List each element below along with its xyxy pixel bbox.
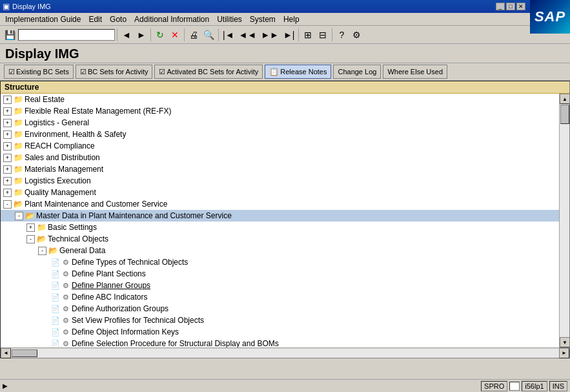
tree-item-ehs[interactable]: + 📁 Environment, Health & Safety xyxy=(1,129,559,140)
save-button[interactable]: 💾 xyxy=(3,28,17,42)
status-mode: INS xyxy=(549,381,567,391)
scroll-down-button[interactable]: ▼ xyxy=(560,337,569,347)
refresh-button[interactable]: ↻ xyxy=(153,28,167,42)
tree-label-ehs: Environment, Health & Safety xyxy=(25,130,126,139)
maximize-button[interactable]: □ xyxy=(506,3,515,10)
status-bar: ▶ SPRO i56lp1 INS xyxy=(0,379,570,392)
tree-item-define-types[interactable]: 📄 ⚙ Define Types of Technical Objects xyxy=(1,256,559,268)
settings-button[interactable]: ⚙ xyxy=(349,28,363,42)
activated-bc-sets-button[interactable]: ☑ Activated BC Sets for Activity xyxy=(154,65,263,79)
close-button[interactable]: ✕ xyxy=(516,3,525,10)
toolbar: 💾 ◄ ► ↻ ✕ 🖨 🔍 |◄ ◄◄ ►► ►| ⊞ ⊟ ? ⚙ xyxy=(0,26,570,44)
where-else-used-button[interactable]: Where Else Used xyxy=(383,65,447,79)
find-button[interactable]: 🔍 xyxy=(201,28,216,42)
next-button[interactable]: ►► xyxy=(259,28,281,42)
first-button[interactable]: |◄ xyxy=(221,28,236,42)
menu-help[interactable]: Help xyxy=(280,14,303,25)
expander-sd[interactable]: + xyxy=(3,154,12,162)
horizontal-scrollbar[interactable]: ◄ ► xyxy=(1,347,569,358)
expander-qm[interactable]: + xyxy=(3,189,12,197)
scroll-right-button[interactable]: ► xyxy=(559,348,569,358)
tree-label-flexible-re: Flexible Real Estate Management (RE-FX) xyxy=(25,107,171,116)
forward-button[interactable]: ► xyxy=(134,28,148,42)
tree-item-real-estate[interactable]: + 📁 Real Estate xyxy=(1,94,559,105)
expander-logistics-general[interactable]: + xyxy=(3,119,12,127)
tree-label-define-types: Define Types of Technical Objects xyxy=(72,258,188,267)
tree-label-planner-groups: Define Planner Groups xyxy=(72,281,150,290)
tree-item-le[interactable]: + 📁 Logistics Execution xyxy=(1,175,559,187)
expand-button[interactable]: ⊞ xyxy=(301,28,315,42)
expander-technical-objects[interactable]: - xyxy=(26,235,35,243)
tree-item-technical-objects[interactable]: - 📂 Technical Objects xyxy=(1,233,559,245)
menu-utilities[interactable]: Utilities xyxy=(213,14,246,25)
tree-label-authorization-groups: Define Authorization Groups xyxy=(72,304,168,313)
status-arrow: ▶ xyxy=(3,382,8,389)
tree-item-object-info-keys[interactable]: 📄 ⚙ Define Object Information Keys xyxy=(1,326,559,338)
expander-pm[interactable]: - xyxy=(3,200,12,209)
tree-item-basic-settings[interactable]: + 📁 Basic Settings xyxy=(1,222,559,233)
vertical-scrollbar[interactable]: ▲ ▼ xyxy=(559,94,569,347)
expander-general-data[interactable]: - xyxy=(38,247,46,255)
menu-system[interactable]: System xyxy=(246,14,280,25)
prev-button[interactable]: ◄◄ xyxy=(237,28,259,42)
menu-implementation-guide[interactable]: Implementation Guide xyxy=(1,14,85,25)
help-button[interactable]: ? xyxy=(334,28,349,42)
collapse-button[interactable]: ⊟ xyxy=(316,28,330,42)
tree-item-reach[interactable]: + 📁 REACH Compliance xyxy=(1,140,559,152)
bc-sets-activity-button[interactable]: ☑ BC Sets for Activity xyxy=(76,65,153,79)
menu-goto[interactable]: Goto xyxy=(106,14,130,25)
last-button[interactable]: ►| xyxy=(281,28,297,42)
expander-real-estate[interactable]: + xyxy=(3,96,12,104)
scroll-left-button[interactable]: ◄ xyxy=(1,348,11,358)
tree-item-flexible-re[interactable]: + 📁 Flexible Real Estate Management (RE-… xyxy=(1,105,559,117)
command-field[interactable] xyxy=(18,29,115,41)
folder-icon-le: 📁 xyxy=(13,176,23,185)
minimize-button[interactable]: _ xyxy=(496,3,505,10)
expander-le[interactable]: + xyxy=(3,177,12,185)
back-button[interactable]: ◄ xyxy=(119,28,134,42)
tree-label-selection-procedure: Define Selection Procedure for Structura… xyxy=(72,339,279,347)
folder-icon-sd: 📁 xyxy=(13,153,23,162)
gear-icon-abc-indicators: ⚙ xyxy=(61,293,70,302)
tree-item-plant-sections[interactable]: 📄 ⚙ Define Plant Sections xyxy=(1,268,559,280)
tree-item-selection-procedure[interactable]: 📄 ⚙ Define Selection Procedure for Struc… xyxy=(1,338,559,347)
tree-item-mm[interactable]: + 📁 Materials Management xyxy=(1,163,559,175)
tree-label-basic-settings: Basic Settings xyxy=(48,223,97,232)
tree-label-technical-objects: Technical Objects xyxy=(48,234,108,243)
bc-sets-activity-icon: ☑ xyxy=(80,68,87,76)
tree-item-sd[interactable]: + 📁 Sales and Distribution xyxy=(1,152,559,163)
main-content: Structure + 📁 Real Estate + 📁 Flexible R… xyxy=(0,81,570,358)
folder-icon-mm: 📁 xyxy=(13,165,23,174)
folder-icon-pm: 📂 xyxy=(13,200,23,209)
tree-item-view-profiles[interactable]: 📄 ⚙ Set View Profiles for Technical Obje… xyxy=(1,315,559,326)
gear-icon-planner-groups: ⚙ xyxy=(61,281,70,290)
tree-item-planner-groups[interactable]: 📄 ⚙ Define Planner Groups xyxy=(1,280,559,291)
tree-item-authorization-groups[interactable]: 📄 ⚙ Define Authorization Groups xyxy=(1,303,559,315)
expander-basic-settings[interactable]: + xyxy=(26,223,35,232)
stop-button[interactable]: ✕ xyxy=(168,28,182,42)
expander-ehs[interactable]: + xyxy=(3,130,12,139)
print-button[interactable]: 🖨 xyxy=(187,28,201,42)
tree-item-abc-indicators[interactable]: 📄 ⚙ Define ABC Indicators xyxy=(1,291,559,303)
tree-item-general-data[interactable]: - 📂 General Data xyxy=(1,245,559,256)
tree-label-plant-sections: Define Plant Sections xyxy=(72,269,146,278)
folder-icon-qm: 📁 xyxy=(13,188,23,197)
release-notes-button[interactable]: 📋 Release Notes xyxy=(265,65,331,79)
expander-reach[interactable]: + xyxy=(3,142,12,150)
expander-flexible-re[interactable]: + xyxy=(3,107,12,116)
tree-item-logistics-general[interactable]: + 📁 Logistics - General xyxy=(1,117,559,129)
tree-item-master-data[interactable]: - 📂 Master Data in Plant Maintenance and… xyxy=(1,210,559,222)
scroll-up-button[interactable]: ▲ xyxy=(560,94,569,104)
change-log-button[interactable]: Change Log xyxy=(333,65,381,79)
tree-item-pm[interactable]: - 📂 Plant Maintenance and Customer Servi… xyxy=(1,198,559,210)
scrollbar-thumb[interactable] xyxy=(560,105,569,124)
expander-mm[interactable]: + xyxy=(3,165,12,174)
menu-additional-info[interactable]: Additional Information xyxy=(130,14,213,25)
menu-edit[interactable]: Edit xyxy=(85,14,106,25)
expander-master-data[interactable]: - xyxy=(15,212,23,220)
folder-icon-real-estate: 📁 xyxy=(13,95,23,104)
existing-bc-sets-button[interactable]: ☑ Existing BC Sets xyxy=(4,65,74,79)
h-scrollbar-thumb[interactable] xyxy=(12,349,37,357)
tree-container[interactable]: + 📁 Real Estate + 📁 Flexible Real Estate… xyxy=(1,94,559,347)
tree-item-qm[interactable]: + 📁 Quality Management xyxy=(1,187,559,198)
